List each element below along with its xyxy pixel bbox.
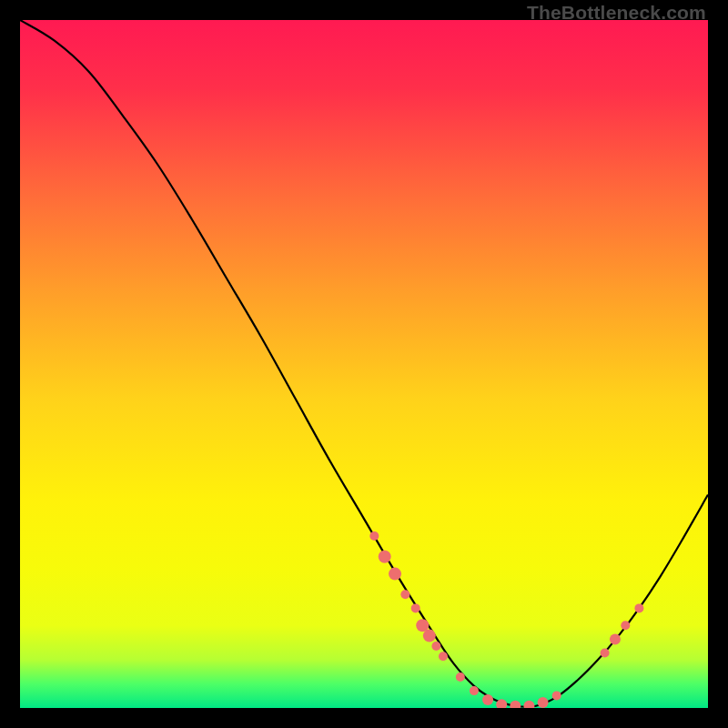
data-marker (423, 630, 436, 642)
chart-frame (20, 20, 708, 708)
data-marker (610, 633, 621, 644)
data-marker (439, 652, 448, 661)
data-marker (379, 551, 391, 563)
data-marker (621, 621, 630, 630)
chart-background (20, 20, 708, 708)
data-marker (400, 590, 410, 599)
data-marker (634, 603, 643, 612)
data-marker (552, 691, 561, 700)
data-marker (482, 694, 493, 705)
data-marker (369, 531, 379, 541)
chart-plot (20, 20, 708, 708)
data-marker (431, 642, 440, 651)
data-marker (389, 568, 401, 581)
data-marker (470, 686, 479, 695)
data-marker (538, 697, 549, 708)
data-marker (601, 649, 610, 658)
data-marker (411, 603, 420, 612)
data-marker (456, 672, 465, 682)
